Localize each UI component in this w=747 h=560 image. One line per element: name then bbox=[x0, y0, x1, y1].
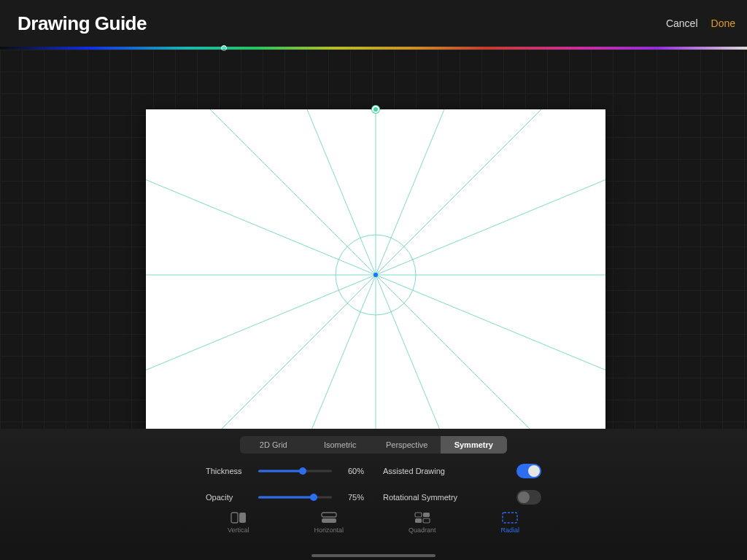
rotational-label: Rotational Symmetry bbox=[383, 493, 457, 502]
thickness-value: 60% bbox=[339, 467, 364, 475]
thickness-slider[interactable] bbox=[258, 466, 332, 476]
segment-perspective[interactable]: Perspective bbox=[374, 436, 441, 454]
home-indicator bbox=[311, 554, 436, 557]
header-actions: Cancel Done bbox=[666, 18, 735, 29]
symmetry-modes: VerticalHorizontalQuadrantRadial bbox=[228, 512, 519, 534]
svg-rect-10 bbox=[239, 513, 246, 523]
mode-quadrant[interactable]: Quadrant bbox=[409, 512, 436, 534]
opacity-label: Opacity bbox=[206, 493, 251, 502]
vertical-icon bbox=[231, 512, 247, 524]
symmetry-center-dot bbox=[374, 273, 378, 277]
mode-vertical[interactable]: Vertical bbox=[228, 512, 249, 534]
page-title: Drawing Guide bbox=[18, 12, 147, 35]
header: Drawing Guide Cancel Done bbox=[0, 0, 747, 47]
svg-rect-15 bbox=[415, 518, 422, 523]
segment-isometric[interactable]: Isometric bbox=[307, 436, 374, 454]
canvas-preview[interactable] bbox=[146, 109, 605, 440]
svg-rect-13 bbox=[415, 513, 422, 517]
assisted-label: Assisted Drawing bbox=[383, 467, 445, 475]
rotation-handle[interactable] bbox=[372, 106, 379, 113]
svg-rect-14 bbox=[423, 513, 430, 517]
mode-label: Quadrant bbox=[409, 526, 436, 534]
cancel-button[interactable]: Cancel bbox=[666, 18, 698, 29]
segment-symmetry[interactable]: Symmetry bbox=[441, 436, 508, 454]
mode-label: Radial bbox=[500, 526, 519, 534]
svg-rect-17 bbox=[503, 513, 517, 523]
quadrant-icon bbox=[414, 512, 430, 524]
symmetry-guide-overlay bbox=[146, 109, 605, 440]
assisted-row: Assisted Drawing bbox=[383, 464, 541, 478]
guide-type-segmented[interactable]: 2D GridIsometricPerspectiveSymmetry bbox=[240, 436, 507, 454]
thickness-label: Thickness bbox=[206, 467, 251, 475]
segment-2d-grid[interactable]: 2D Grid bbox=[240, 436, 307, 454]
rotational-toggle[interactable] bbox=[516, 490, 541, 505]
controls-grid: Thickness 60% Assisted Drawing Opacity 7… bbox=[206, 464, 541, 505]
assisted-toggle[interactable] bbox=[516, 464, 541, 478]
opacity-slider[interactable] bbox=[258, 492, 332, 502]
mode-horizontal[interactable]: Horizontal bbox=[314, 512, 344, 534]
mode-radial[interactable]: Radial bbox=[500, 512, 519, 534]
opacity-slider-thumb[interactable] bbox=[310, 494, 317, 501]
horizontal-icon bbox=[321, 512, 337, 524]
done-button[interactable]: Done bbox=[711, 18, 735, 29]
thickness-row: Thickness 60% bbox=[206, 464, 364, 478]
thickness-slider-thumb[interactable] bbox=[299, 467, 306, 475]
opacity-row: Opacity 75% bbox=[206, 490, 364, 505]
mode-label: Horizontal bbox=[314, 526, 344, 534]
opacity-value: 75% bbox=[339, 493, 364, 502]
controls-sheet: 2D GridIsometricPerspectiveSymmetry Thic… bbox=[0, 429, 747, 560]
rotational-row: Rotational Symmetry bbox=[383, 490, 541, 505]
svg-rect-9 bbox=[231, 513, 238, 523]
svg-rect-12 bbox=[322, 518, 336, 523]
radial-icon bbox=[502, 512, 518, 524]
svg-rect-11 bbox=[322, 513, 336, 517]
svg-rect-16 bbox=[423, 518, 430, 523]
mode-label: Vertical bbox=[228, 526, 249, 534]
